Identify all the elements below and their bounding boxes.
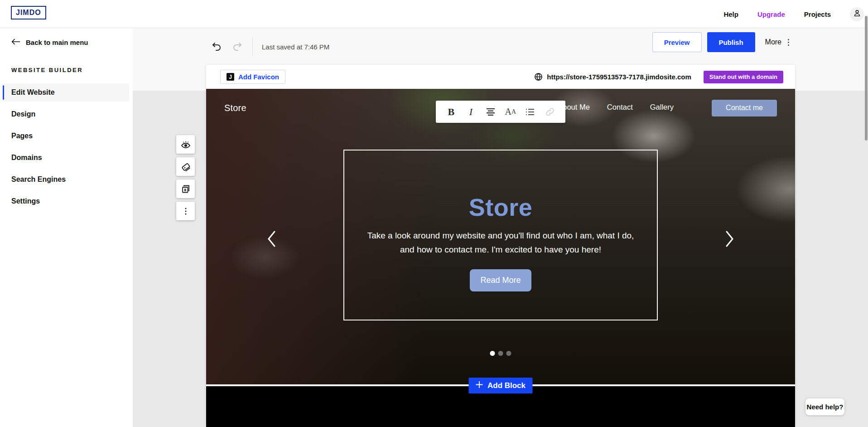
back-to-main-menu[interactable]: Back to main menu (0, 28, 133, 47)
redo-icon[interactable] (231, 41, 243, 53)
carousel-dot-1[interactable] (490, 351, 495, 356)
hero-title[interactable]: Store (469, 194, 533, 220)
preview-chrome-bar: J Add Favicon https://store-1759513573-7… (206, 65, 795, 89)
link-icon[interactable] (543, 107, 557, 117)
jimdo-logo[interactable]: JIMDO (11, 6, 46, 19)
preview-button[interactable]: Preview (652, 32, 702, 52)
nav-contact[interactable]: Contact (607, 103, 633, 113)
person-icon (853, 9, 862, 19)
block-kebab-icon[interactable] (176, 202, 195, 220)
sidebar-item-settings[interactable]: Settings (3, 192, 129, 210)
site-url[interactable]: https://store-1759513573-7178.jimdosite.… (547, 73, 691, 81)
sidebar-item-search-engines[interactable]: Search Engines (3, 170, 129, 189)
upgrade-link[interactable]: Upgrade (757, 10, 785, 18)
arrow-left-icon (11, 38, 20, 47)
add-favicon-button[interactable]: J Add Favicon (220, 70, 285, 84)
back-label: Back to main menu (26, 39, 88, 46)
align-center-icon[interactable] (484, 108, 497, 116)
sidebar-item-pages[interactable]: Pages (3, 127, 129, 145)
projects-link[interactable]: Projects (804, 10, 831, 18)
hero-paragraph[interactable]: Take a look around my website and you'll… (365, 228, 637, 257)
carousel-dots (490, 351, 511, 356)
block-side-tools (176, 135, 195, 220)
page-scrollbar[interactable] (865, 16, 868, 141)
toolbar-divider (252, 38, 253, 55)
hero-section[interactable]: Store Home About Me Contact Gallery Cont… (206, 89, 795, 384)
font-icon[interactable]: AA (504, 107, 517, 117)
sidebar-item-design[interactable]: Design (3, 105, 129, 123)
carousel-prev-icon[interactable] (266, 230, 276, 249)
last-saved-status: Last saved at 7:46 PM (262, 43, 329, 51)
italic-icon[interactable]: I (464, 106, 477, 118)
text-format-toolbar: B I AA (436, 101, 565, 123)
carousel-dot-2[interactable] (498, 351, 503, 356)
add-block-button[interactable]: Add Block (469, 378, 533, 393)
sidebar: Back to main menu WEBSITE BUILDER Edit W… (0, 28, 133, 427)
need-help-button[interactable]: Need help? (805, 398, 844, 415)
plus-icon (476, 381, 483, 391)
selected-block-outline[interactable]: Store Take a look around my website and … (343, 150, 658, 320)
account-avatar[interactable] (850, 7, 864, 21)
style-icon[interactable] (176, 157, 195, 176)
kebab-icon (788, 39, 789, 46)
more-menu[interactable]: More (765, 38, 789, 46)
site-logo[interactable]: Store (224, 103, 246, 113)
read-more-button[interactable]: Read More (470, 269, 531, 291)
globe-icon (534, 73, 543, 81)
bold-icon[interactable]: B (444, 106, 458, 118)
sidebar-item-domains[interactable]: Domains (3, 149, 129, 167)
add-block-label: Add Block (487, 381, 526, 390)
site-preview-frame: J Add Favicon https://store-1759513573-7… (206, 65, 795, 427)
sidebar-section-title: WEBSITE BUILDER (0, 47, 133, 73)
eye-icon[interactable] (176, 135, 195, 154)
carousel-dot-3[interactable] (506, 351, 511, 356)
more-label: More (765, 38, 781, 46)
publish-button[interactable]: Publish (707, 32, 755, 52)
about-me-heading: About Me (457, 425, 544, 427)
carousel-next-icon[interactable] (725, 230, 735, 249)
sidebar-item-edit-website[interactable]: Edit Website (3, 83, 129, 102)
add-favicon-label: Add Favicon (238, 73, 279, 81)
duplicate-icon[interactable] (176, 180, 195, 198)
nav-gallery[interactable]: Gallery (650, 103, 674, 113)
contact-me-button[interactable]: Contact me (712, 100, 777, 116)
domain-cta-button[interactable]: Stand out with a domain (704, 71, 783, 83)
list-icon[interactable] (523, 108, 537, 116)
header-nav: Help Upgrade Projects (723, 0, 864, 28)
undo-icon[interactable] (211, 41, 222, 53)
app-header: JIMDO Help Upgrade Projects (0, 0, 868, 28)
sidebar-items: Edit Website Design Pages Domains Search… (0, 83, 133, 210)
favicon-badge-icon: J (227, 73, 234, 81)
help-link[interactable]: Help (723, 10, 738, 18)
hero-paragraph-line1: Take a look around my website and you'll… (367, 231, 620, 240)
